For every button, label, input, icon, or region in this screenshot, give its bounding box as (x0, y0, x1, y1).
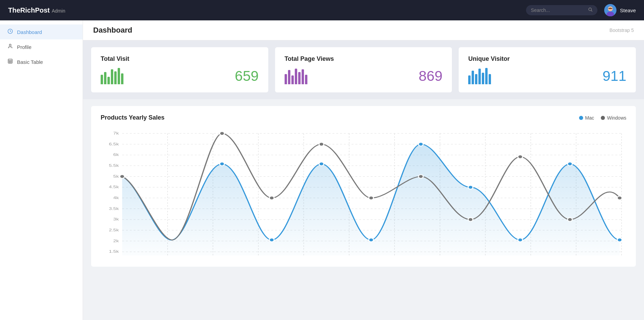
svg-point-58 (120, 175, 124, 178)
legend-windows: Windows (601, 115, 626, 121)
stat-card-unique-visitor: Unique Visitor 911 (459, 47, 636, 92)
svg-text:4k: 4k (113, 196, 119, 200)
svg-point-61 (319, 142, 324, 146)
brand: TheRichPost Admin (8, 6, 65, 14)
svg-line-1 (591, 11, 592, 12)
svg-point-51 (319, 162, 324, 166)
stats-cards: Total Visit 659 (91, 47, 636, 92)
dashboard-header: Dashboard Bootstrap 5 (83, 20, 644, 40)
table-icon (7, 58, 13, 65)
bar (288, 70, 290, 84)
svg-point-66 (567, 218, 572, 221)
bar (107, 77, 110, 84)
bar (121, 73, 123, 84)
sidebar-label-dashboard: Dashboard (17, 29, 42, 35)
svg-point-62 (369, 196, 373, 200)
legend-label-windows: Windows (607, 115, 626, 121)
svg-point-52 (369, 238, 373, 242)
bar (478, 69, 481, 84)
svg-text:5k: 5k (113, 174, 119, 178)
bar (291, 75, 294, 84)
bar (472, 71, 474, 84)
bar (489, 74, 491, 84)
svg-text:1.5k: 1.5k (109, 249, 119, 254)
search-input[interactable] (531, 7, 585, 13)
sidebar-item-profile[interactable]: Profile (0, 39, 83, 54)
bar (114, 71, 117, 84)
stat-value-total-page-views: 869 (419, 68, 442, 84)
svg-text:2k: 2k (113, 238, 119, 243)
stat-title-total-page-views: Total Page Views (285, 55, 443, 63)
bar (295, 69, 297, 84)
svg-text:6k: 6k (113, 153, 119, 157)
search-icon (588, 7, 593, 13)
stat-card-total-page-views: Total Page Views 869 (275, 47, 452, 92)
bar (118, 68, 120, 84)
svg-point-57 (617, 238, 622, 242)
svg-text:5.5k: 5.5k (109, 163, 119, 168)
svg-rect-8 (8, 59, 12, 63)
navbar: TheRichPost Admin Steave (0, 0, 644, 20)
sidebar-label-profile: Profile (17, 44, 32, 50)
stat-title-total-visit: Total Visit (101, 55, 259, 63)
svg-point-59 (220, 132, 224, 136)
bar (302, 69, 304, 84)
avatar (604, 4, 616, 16)
bar (298, 72, 301, 84)
svg-point-7 (9, 44, 11, 46)
stat-body-unique-visitor: 911 (468, 68, 626, 84)
mini-bars-total-visit (101, 68, 123, 84)
svg-point-63 (419, 175, 423, 178)
svg-text:4.5k: 4.5k (109, 185, 119, 189)
legend-dot-mac (579, 116, 583, 120)
chart-legend: Mac Windows (579, 115, 626, 121)
svg-point-56 (567, 162, 572, 166)
brand-name: TheRichPost (8, 6, 50, 14)
svg-point-60 (269, 196, 274, 200)
user-menu[interactable]: Steave (604, 4, 636, 16)
stat-card-total-visit: Total Visit 659 (91, 47, 268, 92)
page-title: Dashboard (93, 26, 132, 35)
svg-point-54 (468, 185, 473, 189)
bar (482, 73, 484, 84)
svg-point-64 (468, 218, 473, 221)
chart-header: Products Yearly Sales Mac Windows (101, 114, 626, 121)
svg-point-67 (617, 196, 622, 200)
svg-point-49 (220, 162, 224, 166)
svg-point-53 (419, 142, 423, 146)
svg-point-55 (518, 238, 523, 242)
user-icon (7, 43, 13, 50)
svg-point-0 (589, 8, 592, 11)
svg-text:6.5k: 6.5k (109, 142, 119, 146)
bar (485, 68, 488, 84)
svg-text:7k: 7k (113, 131, 119, 136)
bar (475, 74, 477, 84)
mini-bars-page-views (285, 68, 307, 84)
legend-label-mac: Mac (585, 115, 594, 121)
svg-point-50 (269, 238, 274, 242)
chart-section: Products Yearly Sales Mac Windows (91, 106, 636, 267)
dashboard-subtitle: Bootstrap 5 (609, 28, 634, 33)
chart-container: 7k 6.5k 6k 5.5k 5k 4.5k 4k 3.5k 3k 2.5k … (101, 128, 626, 259)
svg-text:3k: 3k (113, 217, 119, 221)
legend-dot-windows (601, 116, 605, 120)
mini-bars-unique-visitor (468, 68, 491, 84)
layout: Dashboard Profile Basic Tab (0, 20, 644, 320)
sidebar-item-dashboard[interactable]: Dashboard (0, 24, 83, 39)
svg-point-65 (518, 155, 523, 159)
bar (104, 72, 106, 84)
stat-title-unique-visitor: Unique Visitor (468, 55, 626, 63)
search-bar[interactable] (526, 5, 597, 15)
bar (468, 75, 471, 84)
chart-title: Products Yearly Sales (101, 114, 165, 121)
bar (111, 69, 113, 84)
sidebar: Dashboard Profile Basic Tab (0, 20, 83, 320)
stats-area: Total Visit 659 (83, 40, 644, 99)
stat-body-total-page-views: 869 (285, 68, 443, 84)
main-content: Dashboard Bootstrap 5 Total Visit (83, 20, 644, 320)
sidebar-item-basic-table[interactable]: Basic Table (0, 54, 83, 69)
stat-value-unique-visitor: 911 (603, 68, 626, 84)
bar (285, 74, 287, 84)
svg-text:3.5k: 3.5k (109, 206, 119, 211)
bar (305, 75, 307, 84)
